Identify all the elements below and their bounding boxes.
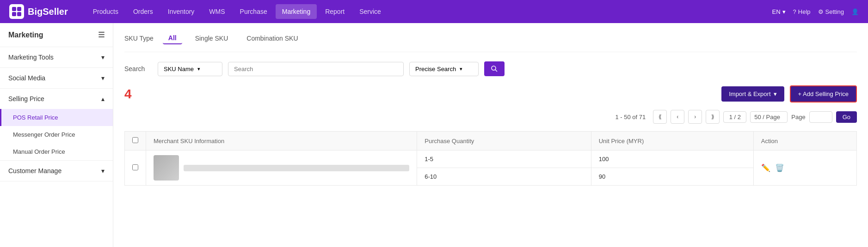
- sku-type-label: SKU Type: [124, 35, 154, 42]
- sidebar-section-customer-manage: Customer Manage ▾: [0, 161, 113, 181]
- search-input-wrap: [228, 62, 404, 76]
- purchase-quantity-cell: 1-5: [417, 151, 591, 168]
- page-first-button[interactable]: ⟪: [653, 110, 667, 124]
- th-purchase-quantity: Purchase Quantity: [417, 132, 591, 151]
- svg-line-5: [495, 70, 497, 72]
- nav-orders[interactable]: Orders: [127, 4, 160, 19]
- sidebar-section-social-media: Social Media ▾: [0, 68, 113, 89]
- step-badge: 4: [124, 87, 132, 101]
- page-next-button[interactable]: ›: [688, 110, 702, 124]
- search-row: Search SKU Name Precise Search: [124, 61, 857, 76]
- delete-icon[interactable]: 🗑️: [775, 163, 784, 172]
- svg-rect-0: [12, 7, 16, 11]
- sidebar-section-header-social-media[interactable]: Social Media ▾: [0, 68, 113, 88]
- sidebar-item-pos-retail-price[interactable]: POS Retail Price: [0, 109, 113, 126]
- brand-logo[interactable]: BigSeller: [9, 4, 68, 19]
- tab-all[interactable]: All: [163, 32, 182, 44]
- actions-right: Import & Export ▾ + Add Selling Price: [721, 85, 857, 102]
- sku-text-blurred: [184, 165, 409, 171]
- pagination-row: 1 - 50 of 71 ⟪ ‹ › ⟫ 1 / 2 50 / Page 100…: [124, 110, 857, 124]
- search-button[interactable]: [484, 61, 505, 76]
- tab-single-sku[interactable]: Single SKU: [190, 33, 234, 44]
- per-page-select[interactable]: 50 / Page 100 / Page 200 / Page: [750, 111, 788, 123]
- page-prev-button[interactable]: ‹: [671, 110, 684, 124]
- user-icon: 👤: [851, 8, 859, 15]
- edit-icon[interactable]: ✏️: [761, 163, 770, 172]
- sidebar-item-messenger-order-price[interactable]: Messenger Order Price: [0, 126, 113, 143]
- table-header-row: Merchant SKU Information Purchase Quanti…: [125, 132, 857, 151]
- sku-info-cell: [146, 151, 417, 186]
- svg-point-4: [492, 66, 496, 70]
- help-icon: ?: [793, 8, 796, 15]
- chevron-down-icon: ▾: [101, 167, 105, 175]
- nav-purchase[interactable]: Purchase: [234, 4, 274, 19]
- nav-wms[interactable]: WMS: [203, 4, 231, 19]
- page-label: Page: [791, 114, 805, 120]
- nav-service[interactable]: Service: [353, 4, 388, 19]
- purchase-quantity-cell: 6-10: [417, 168, 591, 186]
- th-merchant-sku: Merchant SKU Information: [146, 132, 417, 151]
- search-label: Search: [124, 65, 152, 72]
- nav-report[interactable]: Report: [319, 4, 351, 19]
- add-selling-price-button[interactable]: + Add Selling Price: [790, 85, 857, 102]
- sidebar-section-header-marketing-tools[interactable]: Marketing Tools ▾: [0, 47, 113, 67]
- search-input[interactable]: [228, 62, 404, 76]
- chevron-down-icon: ▾: [101, 54, 105, 61]
- sidebar-section-marketing-tools: Marketing Tools ▾: [0, 47, 113, 68]
- search-field-select[interactable]: SKU Name: [158, 62, 222, 76]
- chevron-up-icon: ▴: [101, 95, 105, 102]
- table-row: 1-5 100 ✏️ 🗑️: [125, 151, 857, 168]
- sidebar-section-header-customer-manage[interactable]: Customer Manage ▾: [0, 161, 113, 181]
- precise-search-select[interactable]: Precise Search: [409, 62, 479, 76]
- product-image: [154, 155, 179, 181]
- page-last-button[interactable]: ⟫: [706, 110, 720, 124]
- main-content: SKU Type All Single SKU Combination SKU …: [113, 23, 868, 247]
- import-export-button[interactable]: Import & Export ▾: [721, 86, 784, 102]
- pagination-range: 1 - 50 of 71: [616, 114, 646, 120]
- tab-combination-sku[interactable]: Combination SKU: [241, 33, 303, 44]
- settings-link[interactable]: ⚙ Setting: [818, 8, 844, 15]
- sidebar-header: Marketing ☰: [0, 23, 113, 47]
- nav-products[interactable]: Products: [86, 4, 125, 19]
- sku-type-row: SKU Type All Single SKU Combination SKU: [124, 32, 857, 52]
- data-table: Merchant SKU Information Purchase Quanti…: [124, 131, 857, 186]
- step-badge-container: 4: [124, 88, 135, 101]
- svg-rect-3: [17, 12, 21, 16]
- select-all-checkbox[interactable]: [132, 137, 138, 143]
- top-navigation: BigSeller Products Orders Inventory WMS …: [0, 0, 868, 23]
- chevron-down-icon: ▾: [782, 8, 786, 15]
- th-checkbox: [125, 132, 146, 151]
- sidebar-section-header-selling-price[interactable]: Selling Price ▴: [0, 89, 113, 109]
- sidebar-menu-icon[interactable]: ☰: [98, 30, 105, 39]
- nav-right-actions: EN ▾ ? Help ⚙ Setting 👤: [772, 8, 859, 15]
- svg-rect-1: [17, 7, 21, 11]
- nav-menu: Products Orders Inventory WMS Purchase M…: [86, 4, 758, 19]
- page-display: 1 / 2: [723, 111, 746, 123]
- th-action: Action: [753, 132, 856, 151]
- row-checkbox-cell: [125, 151, 146, 186]
- logo-icon: [9, 4, 24, 19]
- action-cell: ✏️ 🗑️: [753, 151, 856, 186]
- actions-row: 4 Import & Export ▾ + Add Selling Price: [124, 85, 857, 102]
- chevron-down-icon: ▾: [774, 90, 777, 97]
- sidebar-title: Marketing: [8, 31, 43, 39]
- sidebar-section-selling-price: Selling Price ▴ POS Retail Price Messeng…: [0, 89, 113, 161]
- help-link[interactable]: ? Help: [793, 8, 811, 15]
- svg-rect-2: [12, 12, 16, 16]
- sidebar-item-manual-order-price[interactable]: Manual Order Price: [0, 143, 113, 160]
- go-button[interactable]: Go: [836, 111, 857, 123]
- page-layout: Marketing ☰ Marketing Tools ▾ Social Med…: [0, 23, 868, 247]
- th-unit-price: Unit Price (MYR): [591, 132, 753, 151]
- unit-price-cell: 90: [591, 168, 753, 186]
- language-selector[interactable]: EN ▾: [772, 8, 785, 15]
- nav-marketing[interactable]: Marketing: [276, 4, 317, 19]
- sidebar: Marketing ☰ Marketing Tools ▾ Social Med…: [0, 23, 113, 247]
- user-profile[interactable]: 👤: [851, 8, 859, 15]
- chevron-down-icon: ▾: [101, 74, 105, 82]
- row-checkbox[interactable]: [132, 164, 138, 170]
- gear-icon: ⚙: [818, 8, 824, 15]
- unit-price-cell: 100: [591, 151, 753, 168]
- page-input[interactable]: [809, 111, 832, 123]
- nav-inventory[interactable]: Inventory: [161, 4, 201, 19]
